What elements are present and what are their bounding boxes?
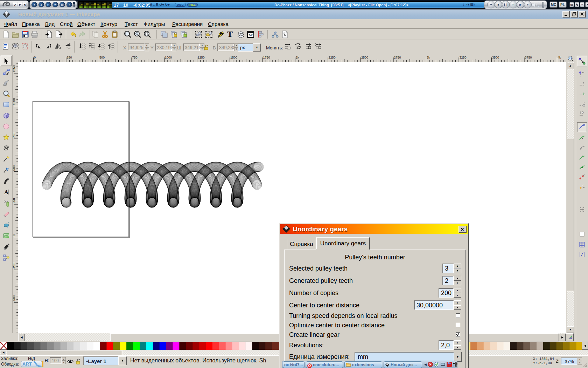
svg-text:4k: 4k [558,56,561,59]
svg-text:1000: 1000 [13,98,16,105]
svg-text:-250: -250 [13,263,16,269]
svg-text:500: 500 [99,56,105,59]
svg-text:1750: 1750 [263,56,270,59]
svg-text:1:1: 1:1 [568,57,572,60]
svg-text:2500: 2500 [361,56,368,59]
svg-text:500: 500 [13,165,16,171]
svg-text:2250: 2250 [329,56,336,59]
svg-text:3250: 3250 [460,56,467,59]
svg-text:ART: ART [22,361,32,367]
svg-text:0: 0 [34,56,36,59]
svg-text:250: 250 [67,56,72,59]
svg-text:1500: 1500 [230,56,237,59]
svg-text:1000: 1000 [165,56,172,59]
svg-text:1250: 1250 [13,65,16,72]
svg-text:3750: 3750 [525,56,532,59]
svg-text:2k: 2k [296,56,299,59]
svg-text:750: 750 [132,56,138,59]
svg-text:<>: <> [248,33,253,37]
svg-text:2750: 2750 [394,56,401,59]
svg-text:1250: 1250 [198,56,205,59]
svg-text:A: A [4,189,9,196]
svg-text:-500: -500 [13,295,16,302]
svg-text:3500: 3500 [492,56,499,59]
svg-text:750: 750 [13,132,16,138]
svg-text:250: 250 [13,198,16,203]
svg-text:0: 0 [13,234,16,236]
svg-text:3k: 3k [427,56,430,59]
